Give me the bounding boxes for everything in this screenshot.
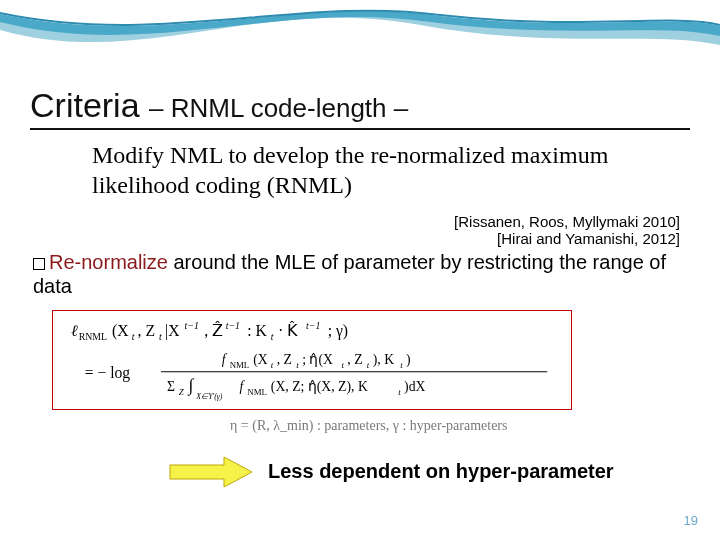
svg-text:): ) bbox=[406, 352, 411, 368]
svg-text:; η̂(X: ; η̂(X bbox=[302, 352, 333, 368]
svg-text:t−1: t−1 bbox=[306, 320, 320, 331]
renormalize-text: Re-normalize around the MLE of parameter… bbox=[33, 250, 683, 298]
svg-text:), K: ), K bbox=[373, 352, 394, 368]
svg-text:RNML: RNML bbox=[79, 331, 107, 342]
arrow-icon bbox=[168, 455, 254, 489]
svg-text:; γ): ; γ) bbox=[328, 322, 348, 340]
svg-text:t: t bbox=[271, 331, 274, 342]
svg-text:t−1: t−1 bbox=[185, 320, 199, 331]
slide-title: Criteria – RNML code-length – bbox=[30, 86, 690, 125]
formula-eq: = − log bbox=[85, 364, 131, 382]
svg-text:)dX: )dX bbox=[404, 379, 425, 395]
renorm-lead: Re-normalize bbox=[49, 251, 168, 273]
page-number: 19 bbox=[684, 513, 698, 528]
svg-text:· K̂: · K̂ bbox=[279, 321, 298, 339]
formula-svg: ℓ RNML (X t , Z t |X t−1 , Ẑ t−1 : K t ·… bbox=[53, 311, 571, 409]
title-underline bbox=[30, 128, 690, 130]
svg-text:t: t bbox=[159, 331, 162, 342]
svg-text:, Z: , Z bbox=[277, 352, 292, 367]
svg-text:(X: (X bbox=[112, 322, 129, 340]
title-sub: – RNML code-length – bbox=[149, 93, 408, 123]
svg-text:(X, Z; η̂(X, Z), K: (X, Z; η̂(X, Z), K bbox=[271, 379, 368, 395]
svg-text:∫: ∫ bbox=[188, 375, 195, 396]
params-note: η = (R, λ_min) : parameters, γ : hyper-p… bbox=[230, 418, 507, 434]
bullet-square-icon bbox=[33, 258, 45, 270]
formula-line1: ℓ bbox=[71, 322, 78, 339]
svg-text:: K: : K bbox=[247, 322, 267, 339]
formula-numerator: f bbox=[222, 352, 228, 367]
svg-text:t−1: t−1 bbox=[226, 320, 240, 331]
title-main: Criteria bbox=[30, 86, 149, 124]
svg-text:t: t bbox=[132, 331, 135, 342]
slide: { "title": { "main": "Criteria ", "sub":… bbox=[0, 0, 720, 540]
citation-2: [Hirai and Yamanishi, 2012] bbox=[454, 230, 680, 247]
svg-text:(X: (X bbox=[253, 352, 268, 368]
svg-text:Z: Z bbox=[179, 387, 184, 397]
svg-text:t: t bbox=[271, 360, 274, 370]
formula-denominator: Σ bbox=[167, 379, 175, 394]
svg-text:X∈Y'(γ): X∈Y'(γ) bbox=[195, 392, 223, 401]
svg-text:t: t bbox=[296, 360, 299, 370]
svg-text:t: t bbox=[400, 360, 403, 370]
svg-text:t: t bbox=[398, 387, 401, 397]
svg-text:t: t bbox=[341, 360, 344, 370]
svg-text:t: t bbox=[367, 360, 370, 370]
svg-text:, Ẑ: , Ẑ bbox=[204, 321, 223, 339]
formula-box: ℓ RNML (X t , Z t |X t−1 , Ẑ t−1 : K t ·… bbox=[52, 310, 572, 410]
hyper-param-text: Less dependent on hyper-parameter bbox=[268, 460, 614, 483]
wave-decoration bbox=[0, 0, 720, 90]
svg-text:, Z: , Z bbox=[138, 322, 155, 339]
citations: [Rissanen, Roos, Myllymaki 2010] [Hirai … bbox=[454, 213, 680, 248]
svg-text:NML: NML bbox=[230, 360, 250, 370]
svg-text:|X: |X bbox=[165, 322, 180, 340]
svg-text:, Z: , Z bbox=[347, 352, 362, 367]
svg-text:NML: NML bbox=[247, 387, 267, 397]
citation-1: [Rissanen, Roos, Myllymaki 2010] bbox=[454, 213, 680, 230]
subtitle: Modify NML to develop the re-normalized … bbox=[92, 140, 652, 200]
svg-text:f: f bbox=[239, 379, 245, 394]
